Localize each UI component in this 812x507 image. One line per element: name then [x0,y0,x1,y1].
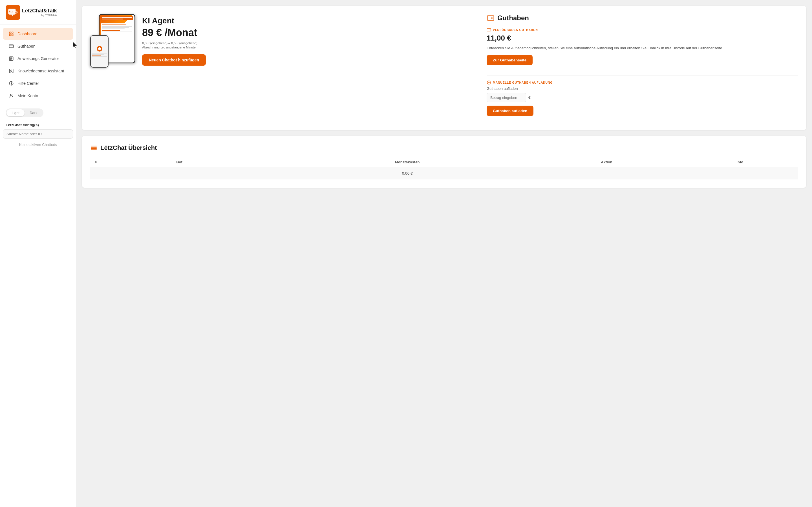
svg-point-20 [10,94,12,96]
hilfe-center-icon [8,80,14,86]
ki-agent-detail2: Abrechnung pro angefangene Minute [142,46,464,49]
anweisungs-generator-icon [8,56,14,61]
no-chatbots-label: Keine aktiven Chatbots [3,141,73,149]
col-info: Info [682,157,798,167]
vertical-divider [475,14,475,122]
add-chatbot-button[interactable]: Neuen Chatbot hinzufügen [142,54,206,66]
sidebar-item-knowledgebase[interactable]: Knowledgebase Assistant [3,65,73,77]
cell-monatskosten: 0,00 € [283,167,531,179]
phone-mockup [90,35,109,68]
svg-rect-7 [9,34,11,36]
logo-area: Ëtz LëtzChat&Talk by YOUNEA [0,0,76,24]
ki-agent-detail1: 0,3 € (eingehend) – 0,5 € (ausgehend) [142,41,464,45]
aufladung-label: Guthaben aufladen [487,87,798,91]
ki-agent-price: 89 € /Monat [142,27,464,39]
sidebar-item-guthaben[interactable]: Guthaben [3,40,73,52]
theme-toggle: Light Dark [6,108,43,117]
aufladung-divider [487,75,798,76]
sidebar-item-dashboard[interactable]: Dashboard [3,28,73,40]
ubersicht-card: LëtzChat Übersicht # Bot Monatskosten Ak… [82,136,806,188]
col-monatskosten: Monatskosten [283,157,531,167]
svg-point-16 [11,70,12,71]
config-title: LëtzChat config(s) [3,121,73,129]
guthaben-section: Guthaben VERFÜGBARES GUTHABEN 11,00 € En… [487,14,798,122]
sidebar-item-anweisungs-label: Anweisungs Generator [17,56,59,61]
guthaben-header: Guthaben [487,14,798,22]
ubersicht-header: LëtzChat Übersicht [90,144,798,152]
svg-point-22 [492,18,492,18]
sidebar-item-hilfe-label: Hilfe Center [17,81,39,86]
cell-aktion [531,167,682,179]
ki-agent-image [90,14,135,68]
main-content: KI Agent 89 € /Monat 0,3 € (eingehend) –… [76,0,812,507]
ki-agent-title: KI Agent [142,16,464,25]
svg-text:Ëtz: Ëtz [9,10,13,13]
table-header: # Bot Monatskosten Aktion Info [90,157,798,167]
ki-agent-info: KI Agent 89 € /Monat 0,3 € (eingehend) –… [142,16,464,66]
logo-subtitle: by YOUNEA [22,14,57,17]
svg-rect-8 [12,34,13,36]
mein-konto-icon [8,93,14,99]
verfuegbar-label: VERFÜGBARES GUTHABEN [487,27,798,32]
logo-text-group: LëtzChat&Talk by YOUNEA [22,8,57,17]
guthaben-description: Entdecken Sie Auflademöglichkeiten, stel… [487,45,798,51]
sidebar-item-mein-konto-label: Mein Konto [17,94,38,98]
sidebar-item-anweisungs-generator[interactable]: Anweisungs Generator [3,53,73,64]
theme-light-button[interactable]: Light [6,109,24,116]
svg-rect-5 [9,32,11,33]
ubersicht-title: LëtzChat Übersicht [100,144,157,152]
sidebar-item-mein-konto[interactable]: Mein Konto [3,90,73,102]
sidebar: Ëtz LëtzChat&Talk by YOUNEA [0,0,76,507]
zur-guthabenseite-button[interactable]: Zur Guthabenseite [487,55,532,65]
guthaben-aufladen-button[interactable]: Guthaben aufladen [487,106,534,116]
sidebar-item-knowledgebase-label: Knowledgebase Assistant [17,69,64,73]
cell-info [682,167,798,179]
config-section: LëtzChat config(s) Keine aktiven Chatbot… [0,121,76,507]
logo-title: LëtzChat&Talk [22,8,57,14]
col-number: # [90,157,172,167]
table-row: 0,00 € [90,167,798,179]
knowledgebase-icon [8,68,14,74]
ubersicht-icon [90,144,98,152]
svg-rect-9 [9,45,13,48]
search-input[interactable] [3,129,73,138]
sidebar-item-guthaben-label: Guthaben [17,44,36,48]
logo-container: Ëtz LëtzChat&Talk by YOUNEA [6,5,70,20]
ubersicht-table: # Bot Monatskosten Aktion Info 0,00 € [90,157,798,179]
svg-rect-6 [12,32,13,33]
guthaben-amount: 11,00 € [487,34,798,43]
euro-symbol: € [528,95,530,100]
manuell-label: MANUELLE GUTHABEN AUFLADUNG [487,80,798,85]
ki-agent-section: KI Agent 89 € /Monat 0,3 € (eingehend) –… [90,14,464,68]
top-card: KI Agent 89 € /Monat 0,3 € (eingehend) –… [82,6,806,130]
nav-section: Dashboard Guthaben Anweisu [0,24,76,105]
sidebar-item-dashboard-label: Dashboard [17,32,38,36]
sidebar-item-hilfe-center[interactable]: Hilfe Center [3,77,73,89]
svg-rect-4 [15,12,17,13]
guthaben-wallet-icon [487,14,495,22]
cell-number [90,167,172,179]
table-container: # Bot Monatskosten Aktion Info 0,00 € [90,157,798,179]
amount-input[interactable] [487,93,526,102]
guthaben-title: Guthaben [497,14,529,22]
amount-input-row: € [487,93,798,102]
cell-bot [172,167,283,179]
table-body: 0,00 € [90,167,798,179]
logo-icon: Ëtz [6,5,20,20]
theme-dark-button[interactable]: Dark [24,109,42,116]
col-bot: Bot [172,157,283,167]
dashboard-icon [8,31,14,37]
col-aktion: Aktion [531,157,682,167]
guthaben-nav-icon [8,43,14,49]
